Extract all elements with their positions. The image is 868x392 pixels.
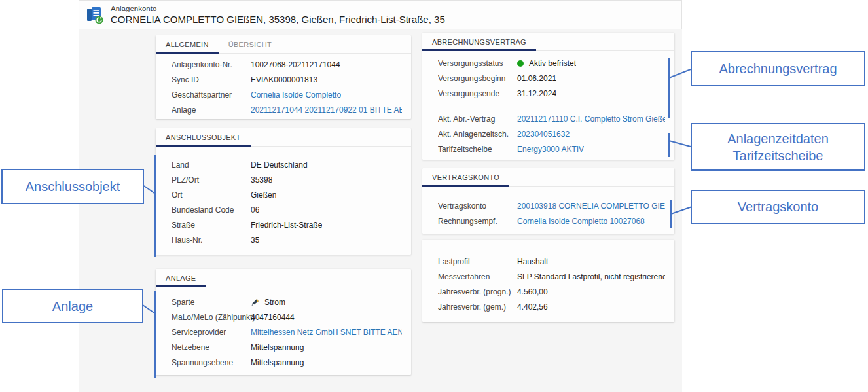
- field-row-ort: Ort Gießen: [172, 187, 402, 202]
- field-label: MaLo/MeLo (Zählpunkt): [172, 313, 251, 322]
- field-row-spannungsebene: Spannungsebene Mittelspannung: [172, 355, 402, 370]
- field-label: Geschäftspartner: [172, 90, 251, 99]
- field-label: Anlagenkonto-Nr.: [172, 60, 251, 69]
- field-value: Gießen: [251, 190, 276, 200]
- callout-label: Anlage: [52, 298, 93, 315]
- field-row-geschaeftspartner: Geschäftspartner Cornelia Isolde Complet…: [172, 87, 402, 102]
- field-label: Straße: [172, 221, 251, 230]
- callout-vertragskonto: Vertragskonto: [691, 190, 865, 224]
- field-value: Mittelspannung: [251, 343, 304, 352]
- group-spacer: [438, 101, 665, 111]
- field-value: Aktiv befristet: [517, 59, 576, 68]
- rechnungsempf-link[interactable]: Cornelia Isolde Completto 10027068: [517, 217, 645, 226]
- abrechnungsvertrag-tabbar: ABRECHNUNGSVERTRAG: [422, 33, 674, 51]
- field-label: Akt. Abr.-Vertrag: [438, 115, 517, 124]
- allgemein-body: Anlagenkonto-Nr. 10027068-202112171044 S…: [156, 54, 411, 117]
- field-label: Sync ID: [172, 75, 251, 84]
- field-label: Anlage: [172, 105, 251, 115]
- versorgungsstatus-value: Aktiv befristet: [529, 59, 576, 68]
- field-row-sync-id: Sync ID EVIAK0000001813: [172, 72, 402, 87]
- callout-label: Abrechnungsvertrag: [719, 60, 837, 77]
- anlage-link[interactable]: 202112171044 202112170922 01 BITTE AENDE…: [251, 105, 402, 115]
- field-label: Messverfahren: [438, 272, 517, 281]
- field-row-anlage: Anlage 202112171044 202112170922 01 BITT…: [172, 102, 402, 117]
- panel-anlage: ANLAGE Sparte Strom MaLo/MeLo (Zählpunkt…: [156, 269, 411, 375]
- field-value: SLP Standard Lastprofil, nicht registrie…: [517, 272, 665, 281]
- vertragskonto-tabbar: VERTRAGSKONTO: [422, 168, 674, 187]
- page-title: CORNELIA COMPLETTO GIEßEN, 35398, Gießen…: [111, 14, 445, 26]
- anlagenkonto-icon: [85, 5, 105, 25]
- field-label: Sparte: [172, 298, 251, 307]
- field-label: PLZ/Ort: [172, 175, 251, 185]
- tarifzeitscheibe-link[interactable]: Energy3000 AKTIV: [517, 145, 584, 154]
- field-label: Versorgungsstatus: [438, 59, 517, 68]
- field-label: Land: [172, 160, 251, 169]
- field-value: DE Deutschland: [251, 160, 308, 169]
- field-value: 4047160444: [251, 313, 295, 322]
- verbrauch-body: Lastprofil Haushalt Messverfahren SLP St…: [422, 240, 674, 314]
- header-titles: Anlagenkonto CORNELIA COMPLETTO GIEßEN, …: [111, 4, 445, 26]
- field-row-rechnungsempf: Rechnungsempf. Cornelia Isolde Completto…: [438, 213, 665, 228]
- field-label: Haus-Nr.: [172, 236, 251, 245]
- callout-anlagenzeitdaten-tarifzeitscheibe: Anlagenzeitdaten Tarifzeitscheibe: [691, 123, 865, 171]
- field-label: Jahresverbr. (gem.): [438, 302, 517, 312]
- callout-anschlussobjekt: Anschlussobjekt: [1, 169, 144, 204]
- anschlussobjekt-body: Land DE Deutschland PLZ/Ort 35398 Ort Gi…: [156, 147, 411, 247]
- vertragskonto-body: Vertragskonto 200103918 CORNELIA COMPLET…: [422, 187, 674, 228]
- status-active-dot: [517, 60, 524, 67]
- field-row-haus-nr: Haus-Nr. 35: [172, 232, 402, 247]
- tab-uebersicht[interactable]: ÜBERSICHT: [219, 35, 281, 54]
- electricity-icon: [251, 298, 260, 307]
- field-row-jahresverbr-gem: Jahresverbr. (gem.) 4.402,56: [438, 299, 665, 314]
- field-row-jahresverbr-progn: Jahresverbr. (progn.) 4.560,00: [438, 284, 665, 299]
- field-value: 4.560,00: [517, 287, 548, 296]
- panel-vertragskonto: VERTRAGSKONTO Vertragskonto 200103918 CO…: [422, 168, 674, 234]
- field-label: Akt. Anlagenzeitsch.: [438, 130, 517, 139]
- tab-anlage[interactable]: ANLAGE: [156, 269, 206, 287]
- geschaeftspartner-link[interactable]: Cornelia Isolde Completto: [251, 90, 341, 99]
- object-header: Anlagenkonto CORNELIA COMPLETTO GIEßEN, …: [79, 0, 682, 29]
- field-row-vertragskonto: Vertragskonto 200103918 CORNELIA COMPLET…: [438, 198, 665, 213]
- field-row-land: Land DE Deutschland: [172, 157, 402, 172]
- anlage-tabbar: ANLAGE: [156, 269, 411, 287]
- anschlussobjekt-tabbar: ANSCHLUSSOBJEKT: [156, 128, 411, 147]
- field-row-tarifzeitscheibe: Tarifzeitscheibe Energy3000 AKTIV: [438, 141, 665, 156]
- field-row-strasse: Straße Friedrich-List-Straße: [172, 217, 402, 232]
- tab-anschlussobjekt[interactable]: ANSCHLUSSOBJEKT: [156, 128, 251, 147]
- field-row-netzebene: Netzebene Mittelspannung: [172, 340, 402, 355]
- field-label: Lastprofil: [438, 257, 517, 266]
- field-value: 35398: [251, 175, 272, 185]
- anlage-body: Sparte Strom MaLo/MeLo (Zählpunkt) 40471…: [156, 287, 411, 370]
- callout-label-line1: Anlagenzeitdaten: [727, 130, 829, 147]
- field-value: Strom: [251, 298, 285, 307]
- field-label: Jahresverbr. (progn.): [438, 287, 517, 296]
- anlagenkonto-screen: Anlagenkonto CORNELIA COMPLETTO GIEßEN, …: [0, 0, 868, 392]
- field-value: 01.06.2021: [517, 74, 556, 83]
- field-row-sparte: Sparte Strom: [172, 294, 402, 310]
- field-label: Ort: [172, 190, 251, 200]
- field-label: Vertragskonto: [438, 202, 517, 211]
- field-row-messverfahren: Messverfahren SLP Standard Lastprofil, n…: [438, 269, 665, 284]
- serviceprovider-link[interactable]: Mittelhessen Netz GmbH SNET BITTE AENDER…: [251, 328, 402, 337]
- anlagenzeitsch-link[interactable]: 202304051632: [517, 130, 570, 139]
- callout-label: Anschlussobjekt: [26, 178, 120, 195]
- field-row-akt-abr-vertrag: Akt. Abr.-Vertrag 202112171110 C.I. Comp…: [438, 111, 665, 126]
- sparte-value: Strom: [264, 298, 285, 307]
- panel-anschlussobjekt: ANSCHLUSSOBJEKT Land DE Deutschland PLZ/…: [156, 128, 411, 255]
- tab-abrechnungsvertrag[interactable]: ABRECHNUNGSVERTRAG: [422, 33, 536, 51]
- abrechnungsvertrag-body: Versorgungsstatus Aktiv befristet Versor…: [422, 51, 674, 156]
- allgemein-tabbar: ALLGEMEIN ÜBERSICHT: [156, 35, 411, 54]
- field-label: Bundesland Code: [172, 205, 251, 215]
- field-label: Netzebene: [172, 343, 251, 352]
- field-row-versorgungsstatus: Versorgungsstatus Aktiv befristet: [438, 56, 665, 71]
- abr-vertrag-link[interactable]: 202112171110 C.I. Completto Strom Gießen: [517, 115, 665, 124]
- vertragskonto-link[interactable]: 200103918 CORNELIA COMPLETTO GIEßEN: [517, 202, 665, 211]
- tab-allgemein[interactable]: ALLGEMEIN: [156, 35, 219, 54]
- tab-vertragskonto[interactable]: VERTRAGSKONTO: [422, 168, 509, 187]
- callout-label-line2: Tarifzeitscheibe: [733, 147, 823, 164]
- field-row-akt-anlagenzeitsch: Akt. Anlagenzeitsch. 202304051632: [438, 126, 665, 141]
- field-value: Haushalt: [517, 257, 548, 266]
- field-row-malo-melo: MaLo/MeLo (Zählpunkt) 4047160444: [172, 310, 402, 325]
- field-label: Serviceprovider: [172, 328, 251, 337]
- panel-allgemein: ALLGEMEIN ÜBERSICHT Anlagenkonto-Nr. 100…: [156, 35, 411, 119]
